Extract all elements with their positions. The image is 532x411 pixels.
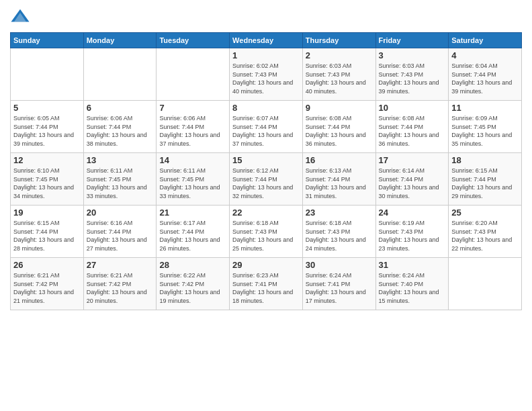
header-monday: Monday <box>83 33 157 48</box>
day-number: 8 <box>232 103 300 113</box>
day-number: 13 <box>87 155 154 165</box>
day-info: Sunrise: 6:17 AM Sunset: 7:44 PM Dayligh… <box>159 219 226 253</box>
cell-week1-day3: 1Sunrise: 6:02 AM Sunset: 7:43 PM Daylig… <box>230 48 303 101</box>
header-row: SundayMondayTuesdayWednesdayThursdayFrid… <box>11 33 522 48</box>
day-info: Sunrise: 6:11 AM Sunset: 7:45 PM Dayligh… <box>87 167 154 200</box>
day-number: 27 <box>87 260 154 270</box>
day-number: 16 <box>306 155 373 165</box>
cell-week2-day2: 7Sunrise: 6:06 AM Sunset: 7:44 PM Daylig… <box>157 101 230 153</box>
cell-week3-day0: 12Sunrise: 6:10 AM Sunset: 7:45 PM Dayli… <box>11 153 84 205</box>
day-info: Sunrise: 6:15 AM Sunset: 7:44 PM Dayligh… <box>451 167 519 200</box>
day-info: Sunrise: 6:18 AM Sunset: 7:43 PM Dayligh… <box>232 219 300 253</box>
day-info: Sunrise: 6:04 AM Sunset: 7:44 PM Dayligh… <box>451 62 519 95</box>
header-wednesday: Wednesday <box>230 33 303 48</box>
day-number: 11 <box>451 103 519 113</box>
day-number: 7 <box>159 103 226 113</box>
day-info: Sunrise: 6:23 AM Sunset: 7:41 PM Dayligh… <box>232 271 300 305</box>
cell-week5-day5: 31Sunrise: 6:24 AM Sunset: 7:40 PM Dayli… <box>375 258 449 310</box>
day-info: Sunrise: 6:10 AM Sunset: 7:45 PM Dayligh… <box>13 167 81 200</box>
day-number: 17 <box>379 155 446 165</box>
cell-week3-day6: 18Sunrise: 6:15 AM Sunset: 7:44 PM Dayli… <box>449 153 522 205</box>
week-row-4: 19Sunrise: 6:15 AM Sunset: 7:44 PM Dayli… <box>11 205 522 258</box>
day-info: Sunrise: 6:06 AM Sunset: 7:44 PM Dayligh… <box>87 114 154 148</box>
day-info: Sunrise: 6:24 AM Sunset: 7:40 PM Dayligh… <box>379 271 446 305</box>
day-number: 31 <box>379 260 446 270</box>
cell-week2-day4: 9Sunrise: 6:08 AM Sunset: 7:44 PM Daylig… <box>302 101 375 153</box>
day-number: 21 <box>159 208 226 218</box>
header-saturday: Saturday <box>449 33 522 48</box>
day-number: 20 <box>87 208 154 218</box>
day-info: Sunrise: 6:03 AM Sunset: 7:43 PM Dayligh… <box>379 62 446 95</box>
logo-icon <box>10 7 30 27</box>
day-number: 15 <box>232 155 300 165</box>
day-info: Sunrise: 6:15 AM Sunset: 7:44 PM Dayligh… <box>13 219 81 253</box>
calendar-header: SundayMondayTuesdayWednesdayThursdayFrid… <box>11 33 522 48</box>
cell-week4-day0: 19Sunrise: 6:15 AM Sunset: 7:44 PM Dayli… <box>11 205 84 258</box>
week-row-5: 26Sunrise: 6:21 AM Sunset: 7:42 PM Dayli… <box>11 258 522 310</box>
day-number: 30 <box>306 260 373 270</box>
day-info: Sunrise: 6:08 AM Sunset: 7:44 PM Dayligh… <box>379 114 446 148</box>
cell-week2-day5: 10Sunrise: 6:08 AM Sunset: 7:44 PM Dayli… <box>375 101 449 153</box>
day-info: Sunrise: 6:20 AM Sunset: 7:43 PM Dayligh… <box>451 219 519 253</box>
week-row-2: 5Sunrise: 6:05 AM Sunset: 7:44 PM Daylig… <box>11 101 522 153</box>
cell-week1-day6: 4Sunrise: 6:04 AM Sunset: 7:44 PM Daylig… <box>449 48 522 101</box>
logo <box>10 7 33 27</box>
day-number: 4 <box>451 50 519 60</box>
day-number: 23 <box>306 208 373 218</box>
cell-week3-day1: 13Sunrise: 6:11 AM Sunset: 7:45 PM Dayli… <box>83 153 157 205</box>
week-row-3: 12Sunrise: 6:10 AM Sunset: 7:45 PM Dayli… <box>11 153 522 205</box>
day-number: 22 <box>232 208 300 218</box>
day-number: 18 <box>451 155 519 165</box>
cell-week2-day6: 11Sunrise: 6:09 AM Sunset: 7:45 PM Dayli… <box>449 101 522 153</box>
cell-week4-day3: 22Sunrise: 6:18 AM Sunset: 7:43 PM Dayli… <box>230 205 303 258</box>
day-number: 12 <box>13 155 81 165</box>
day-info: Sunrise: 6:14 AM Sunset: 7:44 PM Dayligh… <box>379 167 446 200</box>
day-info: Sunrise: 6:12 AM Sunset: 7:44 PM Dayligh… <box>232 167 300 200</box>
day-number: 9 <box>306 103 373 113</box>
cell-week3-day2: 14Sunrise: 6:11 AM Sunset: 7:45 PM Dayli… <box>157 153 230 205</box>
day-info: Sunrise: 6:08 AM Sunset: 7:44 PM Dayligh… <box>306 114 373 148</box>
day-info: Sunrise: 6:16 AM Sunset: 7:44 PM Dayligh… <box>87 219 154 253</box>
header-thursday: Thursday <box>302 33 375 48</box>
cell-week4-day2: 21Sunrise: 6:17 AM Sunset: 7:44 PM Dayli… <box>157 205 230 258</box>
header-tuesday: Tuesday <box>157 33 230 48</box>
week-row-1: 1Sunrise: 6:02 AM Sunset: 7:43 PM Daylig… <box>11 48 522 101</box>
day-number: 25 <box>451 208 519 218</box>
day-info: Sunrise: 6:19 AM Sunset: 7:43 PM Dayligh… <box>379 219 446 253</box>
cell-week1-day2 <box>157 48 230 101</box>
day-number: 28 <box>159 260 226 270</box>
day-number: 6 <box>87 103 154 113</box>
header-friday: Friday <box>375 33 449 48</box>
cell-week2-day3: 8Sunrise: 6:07 AM Sunset: 7:44 PM Daylig… <box>230 101 303 153</box>
day-number: 3 <box>379 50 446 60</box>
cell-week5-day1: 27Sunrise: 6:21 AM Sunset: 7:42 PM Dayli… <box>83 258 157 310</box>
day-info: Sunrise: 6:06 AM Sunset: 7:44 PM Dayligh… <box>159 114 226 148</box>
day-info: Sunrise: 6:21 AM Sunset: 7:42 PM Dayligh… <box>87 271 154 305</box>
day-number: 29 <box>232 260 300 270</box>
page: SundayMondayTuesdayWednesdayThursdayFrid… <box>0 0 532 411</box>
cell-week5-day6 <box>449 258 522 310</box>
calendar-table: SundayMondayTuesdayWednesdayThursdayFrid… <box>10 32 522 310</box>
cell-week3-day5: 17Sunrise: 6:14 AM Sunset: 7:44 PM Dayli… <box>375 153 449 205</box>
cell-week5-day0: 26Sunrise: 6:21 AM Sunset: 7:42 PM Dayli… <box>11 258 84 310</box>
day-info: Sunrise: 6:11 AM Sunset: 7:45 PM Dayligh… <box>159 167 226 200</box>
cell-week3-day3: 15Sunrise: 6:12 AM Sunset: 7:44 PM Dayli… <box>230 153 303 205</box>
day-info: Sunrise: 6:02 AM Sunset: 7:43 PM Dayligh… <box>232 62 300 95</box>
day-number: 19 <box>13 208 81 218</box>
day-number: 24 <box>379 208 446 218</box>
day-info: Sunrise: 6:13 AM Sunset: 7:44 PM Dayligh… <box>306 167 373 200</box>
cell-week2-day0: 5Sunrise: 6:05 AM Sunset: 7:44 PM Daylig… <box>11 101 84 153</box>
cell-week3-day4: 16Sunrise: 6:13 AM Sunset: 7:44 PM Dayli… <box>302 153 375 205</box>
day-info: Sunrise: 6:07 AM Sunset: 7:44 PM Dayligh… <box>232 114 300 148</box>
header-sunday: Sunday <box>11 33 84 48</box>
day-number: 10 <box>379 103 446 113</box>
cell-week4-day1: 20Sunrise: 6:16 AM Sunset: 7:44 PM Dayli… <box>83 205 157 258</box>
day-number: 14 <box>159 155 226 165</box>
day-info: Sunrise: 6:05 AM Sunset: 7:44 PM Dayligh… <box>13 114 81 148</box>
day-info: Sunrise: 6:18 AM Sunset: 7:43 PM Dayligh… <box>306 219 373 253</box>
day-info: Sunrise: 6:03 AM Sunset: 7:43 PM Dayligh… <box>306 62 373 95</box>
day-number: 26 <box>13 260 81 270</box>
day-info: Sunrise: 6:22 AM Sunset: 7:42 PM Dayligh… <box>159 271 226 305</box>
header <box>10 7 522 27</box>
cell-week4-day6: 25Sunrise: 6:20 AM Sunset: 7:43 PM Dayli… <box>449 205 522 258</box>
